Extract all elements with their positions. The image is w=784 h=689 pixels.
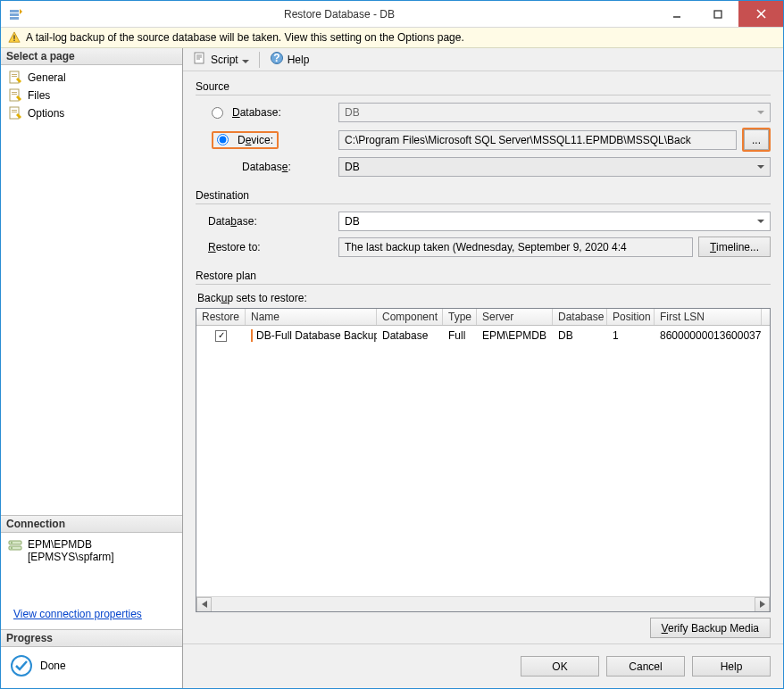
type-cell: Full [443,329,477,342]
source-inner-database-label: Database: [242,161,291,173]
svg-rect-10 [12,74,17,75]
restore-checkbox[interactable]: ✓ [215,330,227,342]
svg-rect-0 [10,10,19,12]
script-button[interactable]: Script [188,48,254,71]
connection-user: [EPMSYS\spfarm] [28,551,114,563]
view-connection-properties-link[interactable]: View connection properties [1,602,182,629]
device-path-field[interactable]: C:\Program Files\Microsoft SQL Server\MS… [338,130,737,150]
col-name[interactable]: Name [246,309,377,325]
sidebar: Select a page General Files Options Conn… [1,48,183,688]
svg-rect-17 [12,112,17,112]
notice-bar: A tail-log backup of the source database… [1,28,783,48]
dialog-button-bar: OK Cancel Help [183,643,783,688]
source-database-combo[interactable]: DB [338,103,771,122]
col-server[interactable]: Server [477,309,553,325]
destination-database-label: Database: [208,215,257,228]
toolbar: Script ? Help [183,48,783,71]
help-button[interactable]: ? Help [265,48,314,71]
backup-sets-label: Backup sets to restore: [197,292,307,304]
chevron-down-icon [754,214,768,228]
svg-rect-11 [12,76,17,77]
progress-header: Progress [1,629,182,647]
page-icon [8,106,22,120]
sidebar-item-label: General [28,71,66,84]
svg-point-20 [11,542,13,544]
source-inner-database-value: DB [345,161,360,173]
svg-text:?: ? [273,52,279,64]
timeline-button[interactable]: Timeline... [698,237,771,257]
device-path-value: C:\Program Files\Microsoft SQL Server\MS… [345,134,691,146]
script-label: Script [211,54,238,66]
close-button[interactable] [738,1,783,27]
restore-database-window: Restore Database - DB A tail-log backup … [0,0,784,689]
first-lsn-cell: 86000000013600037 [655,329,762,342]
help-button[interactable]: Help [692,656,771,677]
scroll-right-icon[interactable] [755,597,770,612]
sidebar-item-label: Options [28,107,64,120]
source-database-radio-label: Database: [232,106,281,119]
help-label: Help [288,54,310,66]
sidebar-item-options[interactable]: Options [1,104,182,122]
sidebar-item-files[interactable]: Files [1,87,182,104]
destination-database-combo[interactable]: DB [338,212,771,231]
restore-to-value: The last backup taken (Wednesday, Septem… [345,241,627,253]
progress-body: Done [1,647,182,688]
server-cell: EPM\EPMDB [477,329,553,342]
destination-group-label: Destination [196,189,771,202]
svg-rect-4 [714,11,721,18]
notice-text: A tail-log backup of the source database… [26,31,464,44]
main-panel: Script ? Help Source Database: [183,48,783,688]
connection-header: Connection [1,515,182,533]
svg-rect-18 [9,541,21,544]
svg-point-21 [11,547,13,549]
backup-name-cell: DB-Full Database Backup [251,329,377,342]
source-device-radio[interactable] [217,134,229,145]
col-position[interactable]: Position [607,309,655,325]
select-page-header: Select a page [1,48,182,65]
source-inner-database-combo[interactable]: DB [338,157,771,177]
sidebar-item-label: Files [28,89,50,102]
warning-icon [8,31,21,44]
scroll-left-icon[interactable] [196,597,212,612]
horizontal-scrollbar[interactable] [196,596,770,611]
svg-rect-13 [12,92,17,93]
done-check-icon [10,654,33,677]
chevron-down-icon [754,105,768,120]
col-type[interactable]: Type [443,309,477,325]
database-cell: DB [553,329,607,342]
source-group-label: Source [196,80,771,93]
svg-rect-14 [12,94,17,95]
chevron-down-icon [242,54,249,66]
svg-rect-2 [10,17,19,20]
browse-device-button[interactable]: ... [744,129,769,150]
svg-rect-8 [13,40,14,41]
component-cell: Database [377,329,443,342]
page-icon [8,71,22,85]
restore-to-label: Restore to: [208,241,261,253]
cancel-button[interactable]: Cancel [606,656,685,677]
col-component[interactable]: Component [377,309,443,325]
table-row[interactable]: ✓ DB-Full Database Backup Database Full … [196,326,770,345]
svg-rect-1 [10,13,19,16]
position-cell: 1 [607,329,655,342]
col-first-lsn[interactable]: First LSN [655,309,762,325]
verify-backup-media-button[interactable]: Verify Backup Media [650,618,771,638]
svg-rect-9 [10,71,19,83]
minimize-button[interactable] [656,1,697,27]
grid-header: Restore Name Component Type Server Datab… [196,309,770,326]
server-icon [8,539,22,553]
sidebar-item-general[interactable]: General [1,69,182,87]
window-title: Restore Database - DB [22,8,656,21]
svg-rect-15 [10,107,19,119]
restore-plan-group-label: Restore plan [196,270,771,282]
source-database-radio[interactable] [212,107,223,119]
col-database[interactable]: Database [553,309,607,325]
progress-status: Done [40,660,66,672]
destination-database-value: DB [345,215,360,228]
help-icon: ? [270,51,284,68]
chevron-down-icon [754,160,768,174]
app-icon [8,7,22,21]
col-restore[interactable]: Restore [196,309,246,325]
ok-button[interactable]: OK [521,656,599,677]
maximize-button[interactable] [697,1,738,27]
